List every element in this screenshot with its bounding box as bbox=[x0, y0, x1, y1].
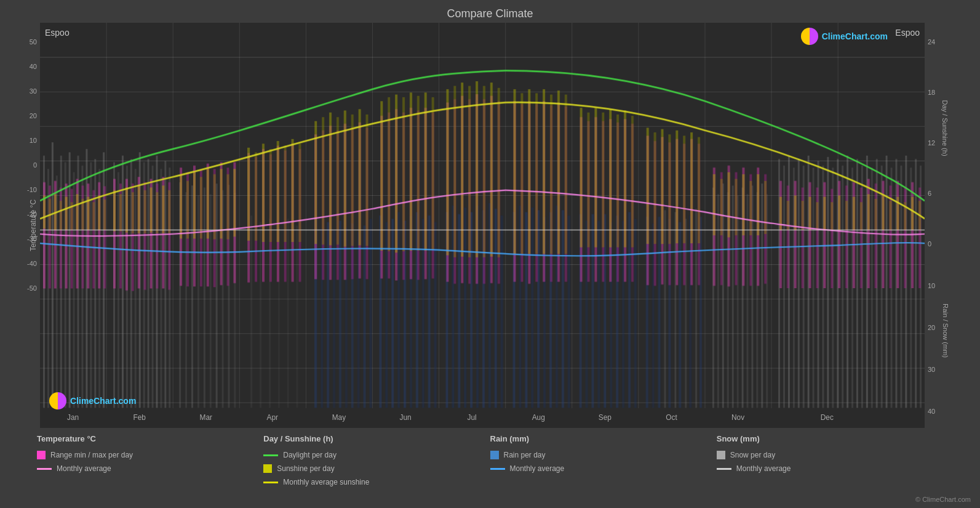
svg-rect-339 bbox=[402, 97, 405, 251]
svg-rect-133 bbox=[717, 194, 719, 408]
svg-rect-352 bbox=[514, 89, 516, 254]
left-tick-n40: -40 bbox=[27, 260, 37, 267]
svg-rect-380 bbox=[742, 174, 744, 235]
svg-rect-79 bbox=[364, 225, 366, 408]
svg-rect-402 bbox=[911, 197, 914, 230]
svg-rect-127 bbox=[679, 222, 681, 408]
svg-rect-311 bbox=[180, 175, 182, 238]
svg-text:Aug: Aug bbox=[532, 413, 545, 422]
svg-text:Jul: Jul bbox=[468, 413, 477, 422]
chart-title: Compare Climate bbox=[0, 0, 980, 23]
svg-rect-348 bbox=[476, 81, 478, 257]
legend-group-snow: Snow (mm) Snow per day Monthly average ©… bbox=[717, 434, 943, 502]
svg-rect-66 bbox=[260, 222, 261, 408]
svg-rect-139 bbox=[746, 194, 748, 408]
svg-rect-292 bbox=[60, 201, 62, 230]
svg-rect-166 bbox=[886, 156, 888, 408]
svg-rect-390 bbox=[823, 197, 826, 230]
legend-item-rain-avg: Monthly average bbox=[490, 464, 717, 473]
svg-rect-343 bbox=[432, 97, 434, 250]
svg-rect-60 bbox=[210, 194, 212, 408]
left-tick-n10: -10 bbox=[27, 186, 37, 193]
legend-swatch-temp-avg bbox=[37, 468, 52, 470]
left-tick-20: 20 bbox=[30, 112, 37, 119]
svg-rect-100 bbox=[501, 216, 503, 408]
city-label-right: Espoo bbox=[895, 28, 920, 38]
svg-rect-99 bbox=[495, 209, 497, 408]
svg-rect-354 bbox=[528, 89, 530, 254]
svg-text:Feb: Feb bbox=[133, 413, 146, 422]
svg-rect-89 bbox=[428, 216, 431, 408]
svg-rect-375 bbox=[698, 137, 700, 244]
svg-rect-113 bbox=[592, 214, 594, 408]
svg-rect-69 bbox=[287, 219, 289, 408]
legend-title-rain: Rain (mm) bbox=[490, 434, 717, 443]
svg-rect-88 bbox=[422, 219, 424, 408]
svg-rect-366 bbox=[624, 110, 626, 247]
legend-group-temperature: Temperature °C Range min / max per day M… bbox=[37, 434, 263, 502]
svg-rect-33 bbox=[73, 172, 75, 408]
svg-rect-382 bbox=[757, 174, 759, 235]
svg-rect-145 bbox=[783, 166, 785, 408]
svg-rect-335 bbox=[366, 115, 368, 246]
logo-top-right: ClimeChart.com bbox=[801, 28, 888, 45]
legend-title-snow: Snow (mm) bbox=[717, 434, 943, 443]
svg-rect-163 bbox=[871, 167, 873, 408]
svg-rect-392 bbox=[838, 195, 840, 230]
svg-rect-378 bbox=[728, 172, 730, 238]
svg-rect-43 bbox=[122, 156, 124, 408]
svg-rect-364 bbox=[609, 109, 612, 247]
svg-rect-94 bbox=[464, 208, 466, 408]
svg-rect-327 bbox=[298, 143, 301, 242]
svg-rect-148 bbox=[798, 159, 800, 408]
chart-plot: Espoo Espoo ClimeChart.com ClimeChart.co… bbox=[40, 23, 925, 428]
svg-rect-157 bbox=[842, 166, 843, 408]
svg-rect-52 bbox=[160, 169, 162, 408]
svg-rect-61 bbox=[216, 183, 218, 408]
left-axis-label: Temperature °C bbox=[29, 200, 38, 251]
svg-rect-309 bbox=[162, 185, 164, 233]
legend-label-sunshine-bar: Sunshine per day bbox=[277, 464, 334, 473]
legend-label-daylight: Daylight per day bbox=[283, 451, 337, 459]
svg-rect-308 bbox=[156, 192, 158, 233]
legend-swatch-sunshine-avg bbox=[263, 482, 278, 483]
svg-rect-74 bbox=[333, 230, 335, 408]
legend-group-rain: Rain (mm) Rain per day Monthly average bbox=[490, 434, 717, 502]
svg-rect-376 bbox=[713, 174, 715, 235]
svg-rect-362 bbox=[594, 108, 597, 248]
right-axis-label-rain: Rain / Snow (mm) bbox=[942, 303, 949, 357]
svg-rect-373 bbox=[683, 135, 685, 243]
svg-rect-341 bbox=[417, 96, 420, 251]
svg-rect-342 bbox=[424, 92, 427, 251]
page-wrapper: Compare Climate Temperature °C 50 40 30 … bbox=[0, 0, 980, 508]
svg-rect-379 bbox=[735, 179, 738, 235]
svg-text:Apr: Apr bbox=[267, 413, 279, 422]
svg-rect-42 bbox=[118, 172, 119, 408]
svg-rect-298 bbox=[92, 202, 95, 230]
svg-rect-307 bbox=[150, 188, 153, 233]
svg-rect-328 bbox=[314, 121, 317, 244]
svg-rect-313 bbox=[193, 172, 196, 239]
svg-text:May: May bbox=[332, 413, 346, 422]
svg-rect-336 bbox=[380, 101, 383, 251]
svg-rect-104 bbox=[531, 208, 533, 408]
legend-item-rain-bar: Rain per day bbox=[490, 451, 717, 459]
legend-title-sunshine: Day / Sunshine (h) bbox=[263, 434, 490, 443]
svg-text:Jan: Jan bbox=[67, 413, 79, 422]
svg-text:Dec: Dec bbox=[821, 413, 834, 422]
legend-swatch-sunshine-bar bbox=[263, 464, 272, 473]
svg-rect-299 bbox=[98, 195, 100, 230]
svg-rect-304 bbox=[132, 192, 134, 233]
svg-rect-325 bbox=[284, 146, 287, 242]
svg-rect-345 bbox=[453, 86, 456, 257]
svg-rect-365 bbox=[616, 115, 619, 248]
svg-rect-367 bbox=[631, 116, 634, 248]
svg-rect-151 bbox=[813, 167, 815, 408]
legend-label-rain-bar: Rain per day bbox=[504, 451, 546, 459]
svg-rect-160 bbox=[856, 159, 858, 408]
svg-rect-49 bbox=[148, 159, 149, 408]
right-tick-r40: 40 bbox=[928, 408, 935, 415]
svg-rect-358 bbox=[557, 91, 560, 254]
legend-item-sunshine-avg: Monthly average sunshine bbox=[263, 478, 490, 486]
legend-label-sunshine-avg: Monthly average sunshine bbox=[283, 478, 369, 486]
